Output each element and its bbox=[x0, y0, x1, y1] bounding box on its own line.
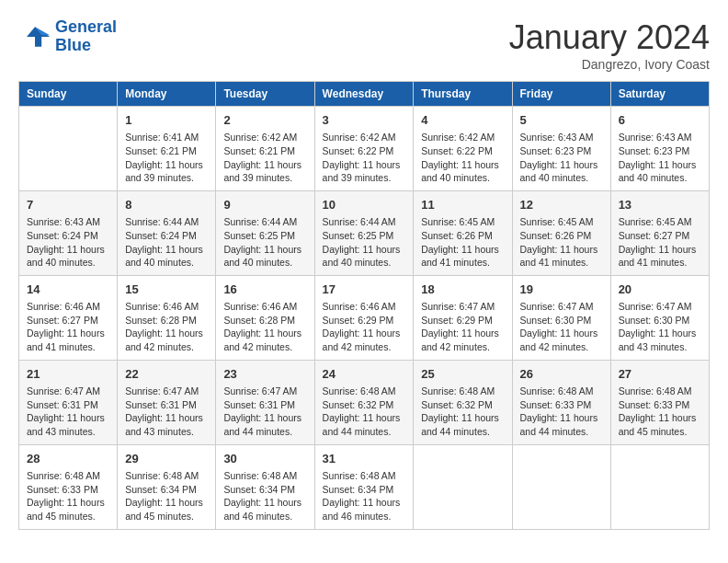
day-info: Sunrise: 6:48 AMSunset: 6:34 PMDaylight:… bbox=[323, 469, 406, 523]
day-info: Sunrise: 6:41 AMSunset: 6:21 PMDaylight:… bbox=[125, 131, 208, 185]
day-info: Sunrise: 6:44 AMSunset: 6:25 PMDaylight:… bbox=[223, 215, 306, 270]
day-cell bbox=[610, 444, 709, 529]
day-cell: 4Sunrise: 6:42 AMSunset: 6:22 PMDaylight… bbox=[414, 107, 512, 191]
week-row-3: 14Sunrise: 6:46 AMSunset: 6:27 PMDayligh… bbox=[19, 275, 710, 360]
day-info: Sunrise: 6:47 AMSunset: 6:29 PMDaylight:… bbox=[421, 300, 504, 354]
day-info: Sunrise: 6:48 AMSunset: 6:32 PMDaylight:… bbox=[323, 385, 406, 439]
day-number: 19 bbox=[520, 282, 603, 298]
day-number: 21 bbox=[27, 366, 109, 383]
day-number: 27 bbox=[619, 366, 701, 383]
day-cell: 5Sunrise: 6:43 AMSunset: 6:23 PMDaylight… bbox=[512, 107, 610, 191]
day-info: Sunrise: 6:48 AMSunset: 6:34 PMDaylight:… bbox=[125, 469, 208, 523]
page-header: General Blue January 2024 Dangrezo, Ivor… bbox=[18, 18, 710, 72]
day-cell: 18Sunrise: 6:47 AMSunset: 6:29 PMDayligh… bbox=[414, 275, 512, 360]
day-cell: 1Sunrise: 6:41 AMSunset: 6:21 PMDaylight… bbox=[118, 107, 216, 191]
week-row-1: 1Sunrise: 6:41 AMSunset: 6:21 PMDaylight… bbox=[19, 107, 710, 191]
day-number: 30 bbox=[223, 451, 306, 467]
day-number: 3 bbox=[323, 112, 406, 129]
day-number: 20 bbox=[619, 282, 701, 298]
day-info: Sunrise: 6:45 AMSunset: 6:26 PMDaylight:… bbox=[520, 215, 603, 270]
day-cell: 31Sunrise: 6:48 AMSunset: 6:34 PMDayligh… bbox=[314, 444, 414, 529]
day-info: Sunrise: 6:48 AMSunset: 6:34 PMDaylight:… bbox=[223, 469, 306, 523]
day-number: 14 bbox=[27, 282, 109, 298]
day-cell: 12Sunrise: 6:45 AMSunset: 6:26 PMDayligh… bbox=[512, 190, 610, 275]
day-number: 13 bbox=[619, 197, 701, 213]
day-cell: 2Sunrise: 6:42 AMSunset: 6:21 PMDaylight… bbox=[216, 107, 314, 191]
day-info: Sunrise: 6:42 AMSunset: 6:22 PMDaylight:… bbox=[323, 131, 406, 185]
day-number: 22 bbox=[125, 366, 208, 383]
day-number: 16 bbox=[223, 282, 306, 298]
day-info: Sunrise: 6:47 AMSunset: 6:31 PMDaylight:… bbox=[27, 385, 109, 439]
logo-text: General Blue bbox=[55, 18, 117, 55]
day-number: 18 bbox=[421, 282, 504, 298]
header-day-wednesday: Wednesday bbox=[314, 82, 414, 107]
week-row-4: 21Sunrise: 6:47 AMSunset: 6:31 PMDayligh… bbox=[19, 360, 710, 444]
day-number: 4 bbox=[421, 112, 504, 129]
day-info: Sunrise: 6:48 AMSunset: 6:33 PMDaylight:… bbox=[520, 385, 603, 439]
day-number: 5 bbox=[520, 112, 603, 129]
day-number: 26 bbox=[520, 366, 603, 383]
header-day-saturday: Saturday bbox=[610, 82, 709, 107]
calendar-table: SundayMondayTuesdayWednesdayThursdayFrid… bbox=[18, 81, 710, 530]
day-info: Sunrise: 6:47 AMSunset: 6:31 PMDaylight:… bbox=[125, 385, 208, 439]
day-info: Sunrise: 6:47 AMSunset: 6:31 PMDaylight:… bbox=[223, 385, 306, 439]
title-block: January 2024 Dangrezo, Ivory Coast bbox=[509, 18, 710, 72]
day-cell: 27Sunrise: 6:48 AMSunset: 6:33 PMDayligh… bbox=[610, 360, 709, 444]
day-cell: 16Sunrise: 6:46 AMSunset: 6:28 PMDayligh… bbox=[216, 275, 314, 360]
day-number: 7 bbox=[27, 197, 109, 213]
day-cell: 28Sunrise: 6:48 AMSunset: 6:33 PMDayligh… bbox=[19, 444, 118, 529]
day-info: Sunrise: 6:48 AMSunset: 6:32 PMDaylight:… bbox=[421, 385, 504, 439]
day-info: Sunrise: 6:43 AMSunset: 6:23 PMDaylight:… bbox=[520, 131, 603, 185]
header-row: SundayMondayTuesdayWednesdayThursdayFrid… bbox=[19, 82, 710, 107]
logo-line2: Blue bbox=[55, 36, 91, 54]
day-info: Sunrise: 6:47 AMSunset: 6:30 PMDaylight:… bbox=[520, 300, 603, 354]
logo-line1: General bbox=[55, 17, 117, 36]
day-info: Sunrise: 6:46 AMSunset: 6:29 PMDaylight:… bbox=[323, 300, 406, 354]
header-day-thursday: Thursday bbox=[414, 82, 512, 107]
day-cell: 13Sunrise: 6:45 AMSunset: 6:27 PMDayligh… bbox=[610, 190, 709, 275]
day-info: Sunrise: 6:42 AMSunset: 6:21 PMDaylight:… bbox=[223, 131, 306, 185]
location-subtitle: Dangrezo, Ivory Coast bbox=[509, 57, 710, 72]
day-cell bbox=[414, 444, 512, 529]
month-title: January 2024 bbox=[509, 18, 710, 57]
day-cell: 26Sunrise: 6:48 AMSunset: 6:33 PMDayligh… bbox=[512, 360, 610, 444]
day-cell: 10Sunrise: 6:44 AMSunset: 6:25 PMDayligh… bbox=[314, 190, 414, 275]
day-info: Sunrise: 6:42 AMSunset: 6:22 PMDaylight:… bbox=[421, 131, 504, 185]
day-cell: 30Sunrise: 6:48 AMSunset: 6:34 PMDayligh… bbox=[216, 444, 314, 529]
day-number: 24 bbox=[323, 366, 406, 383]
day-cell: 14Sunrise: 6:46 AMSunset: 6:27 PMDayligh… bbox=[19, 275, 118, 360]
day-cell: 23Sunrise: 6:47 AMSunset: 6:31 PMDayligh… bbox=[216, 360, 314, 444]
day-info: Sunrise: 6:45 AMSunset: 6:27 PMDaylight:… bbox=[619, 215, 701, 270]
day-number: 9 bbox=[223, 197, 306, 213]
day-cell: 20Sunrise: 6:47 AMSunset: 6:30 PMDayligh… bbox=[610, 275, 709, 360]
header-day-friday: Friday bbox=[512, 82, 610, 107]
day-number: 28 bbox=[27, 451, 109, 467]
day-number: 11 bbox=[421, 197, 504, 213]
day-cell: 6Sunrise: 6:43 AMSunset: 6:23 PMDaylight… bbox=[610, 107, 709, 191]
logo: General Blue bbox=[18, 18, 117, 55]
day-info: Sunrise: 6:48 AMSunset: 6:33 PMDaylight:… bbox=[619, 385, 701, 439]
day-number: 1 bbox=[125, 112, 208, 129]
day-number: 12 bbox=[520, 197, 603, 213]
day-info: Sunrise: 6:45 AMSunset: 6:26 PMDaylight:… bbox=[421, 215, 504, 270]
day-info: Sunrise: 6:46 AMSunset: 6:27 PMDaylight:… bbox=[27, 300, 109, 354]
day-cell: 19Sunrise: 6:47 AMSunset: 6:30 PMDayligh… bbox=[512, 275, 610, 360]
day-cell bbox=[19, 107, 118, 191]
day-cell: 7Sunrise: 6:43 AMSunset: 6:24 PMDaylight… bbox=[19, 190, 118, 275]
day-cell: 8Sunrise: 6:44 AMSunset: 6:24 PMDaylight… bbox=[118, 190, 216, 275]
day-number: 8 bbox=[125, 197, 208, 213]
day-number: 17 bbox=[323, 282, 406, 298]
day-cell: 22Sunrise: 6:47 AMSunset: 6:31 PMDayligh… bbox=[118, 360, 216, 444]
day-cell: 21Sunrise: 6:47 AMSunset: 6:31 PMDayligh… bbox=[19, 360, 118, 444]
day-cell bbox=[512, 444, 610, 529]
day-cell: 3Sunrise: 6:42 AMSunset: 6:22 PMDaylight… bbox=[314, 107, 414, 191]
week-row-2: 7Sunrise: 6:43 AMSunset: 6:24 PMDaylight… bbox=[19, 190, 710, 275]
header-day-tuesday: Tuesday bbox=[216, 82, 314, 107]
day-info: Sunrise: 6:43 AMSunset: 6:23 PMDaylight:… bbox=[619, 131, 701, 185]
day-cell: 9Sunrise: 6:44 AMSunset: 6:25 PMDaylight… bbox=[216, 190, 314, 275]
day-number: 6 bbox=[619, 112, 701, 129]
logo-icon bbox=[18, 20, 51, 53]
day-cell: 15Sunrise: 6:46 AMSunset: 6:28 PMDayligh… bbox=[118, 275, 216, 360]
header-day-monday: Monday bbox=[118, 82, 216, 107]
day-info: Sunrise: 6:44 AMSunset: 6:24 PMDaylight:… bbox=[125, 215, 208, 270]
